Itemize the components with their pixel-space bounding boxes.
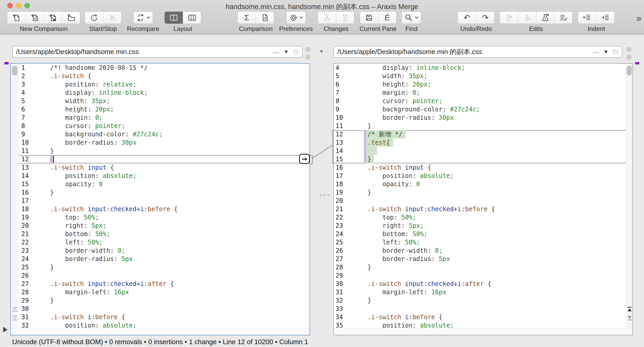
- code-line[interactable]: 8 cursor: pointer;: [334, 97, 626, 105]
- stop-x-button[interactable]: [103, 12, 121, 24]
- code-line[interactable]: 15 opacity: 0: [19, 180, 310, 188]
- left-path-dropdown-icon[interactable]: ▼: [284, 49, 289, 55]
- left-browse-button[interactable]: …: [272, 47, 280, 55]
- code-line[interactable]: 14: [334, 147, 626, 155]
- scroll-to-first-change-icon[interactable]: [627, 306, 633, 312]
- code-line[interactable]: 19 top: 50%;: [19, 213, 310, 222]
- flask-x-button[interactable]: [536, 12, 554, 24]
- code-line[interactable]: 30: [19, 305, 310, 313]
- push-up-button[interactable]: [500, 12, 518, 24]
- code-line[interactable]: 13.i-switch input {: [19, 163, 310, 172]
- code-line[interactable]: 16}: [19, 188, 310, 197]
- save-button[interactable]: [360, 12, 378, 24]
- code-line[interactable]: 17 position: absolute;: [334, 172, 626, 180]
- right-vertical-scrollbar[interactable]: [626, 64, 632, 328]
- code-line[interactable]: 23 right: 5px;: [334, 222, 626, 230]
- doc-merge-plus-button[interactable]: [44, 12, 62, 24]
- doc-plus-button[interactable]: [7, 12, 25, 24]
- code-line[interactable]: 26: [19, 271, 310, 280]
- code-line[interactable]: 11}: [334, 122, 626, 130]
- right-history-icon[interactable]: [612, 48, 619, 55]
- code-line[interactable]: 29}: [19, 296, 310, 305]
- code-line[interactable]: 9 background-color: #27c24c;: [19, 130, 310, 138]
- restart-button[interactable]: [85, 12, 103, 24]
- code-line[interactable]: 12/* 新增 */: [334, 130, 626, 138]
- doc-binary-plus-button[interactable]: 01: [25, 12, 44, 24]
- folder-plus-button[interactable]: [62, 12, 80, 24]
- code-line[interactable]: 34.i-switch i:before {: [334, 313, 626, 321]
- scroll-to-first-change-icon[interactable]: [12, 306, 18, 312]
- sigma-button[interactable]: Σ: [238, 12, 256, 24]
- code-line[interactable]: 8 cursor: pointer;: [19, 122, 310, 130]
- code-line[interactable]: 10 border-radius: 30px: [19, 138, 310, 147]
- magnifier-button[interactable]: [402, 12, 421, 24]
- code-line[interactable]: 3 position: relative;: [19, 80, 310, 89]
- redo-button[interactable]: ↷: [476, 12, 494, 24]
- code-line[interactable]: 20: [334, 197, 626, 205]
- code-line[interactable]: 7 margin: 0;: [334, 89, 626, 97]
- code-line[interactable]: 16.i-switch input {: [334, 163, 626, 172]
- code-line[interactable]: 4 display: inline-block;: [334, 64, 626, 72]
- code-line[interactable]: 35 position: absolute;: [334, 321, 626, 328]
- code-line[interactable]: 25}: [19, 263, 310, 271]
- code-line[interactable]: 7 margin: 0;: [19, 114, 310, 122]
- code-line[interactable]: 12: [19, 155, 310, 163]
- left-code-editor[interactable]: 1/*! handsome 2020-08-15 */2.i-switch {3…: [19, 64, 310, 328]
- scroll-to-last-change-icon[interactable]: [627, 315, 633, 321]
- code-line[interactable]: 4 display: inline-block;: [19, 89, 310, 97]
- right-code-editor[interactable]: 4 display: inline-block;5 width: 35px;6 …: [334, 64, 626, 328]
- right-file-path-input[interactable]: [334, 48, 592, 56]
- scroll-to-last-change-icon[interactable]: [12, 315, 18, 321]
- code-line[interactable]: 33: [334, 305, 626, 313]
- code-line[interactable]: 30.i-switch input:checked+i:after {: [334, 280, 626, 288]
- code-line[interactable]: 19}: [334, 188, 626, 197]
- code-line[interactable]: 21 bottom: 50%;: [19, 230, 310, 238]
- code-line[interactable]: 5 width: 35px;: [334, 72, 626, 80]
- code-line[interactable]: 21.i-switch input:checked+i:before {: [334, 205, 626, 213]
- scrollbar-thumb[interactable]: [12, 66, 17, 76]
- code-line[interactable]: 1/*! handsome 2020-08-15 */: [19, 64, 310, 72]
- recompare-button[interactable]: [133, 12, 153, 24]
- code-line[interactable]: 5 width: 35px;: [19, 97, 310, 105]
- code-line[interactable]: 13.test{: [334, 138, 626, 147]
- code-line[interactable]: 18 opacity: 0: [334, 180, 626, 188]
- left-file-path-input[interactable]: [13, 48, 272, 56]
- code-line[interactable]: 11}: [19, 147, 310, 155]
- code-line[interactable]: 15}: [334, 155, 626, 163]
- right-browse-button[interactable]: …: [592, 47, 600, 55]
- next-change-button[interactable]: [336, 12, 354, 24]
- code-line[interactable]: 14 position: absolute;: [19, 172, 310, 180]
- code-line[interactable]: 10 border-radius: 30px: [334, 114, 626, 122]
- code-line[interactable]: 32}: [334, 296, 626, 305]
- left-vertical-scrollbar[interactable]: [11, 64, 19, 328]
- code-line[interactable]: 27.i-switch input:checked+i:after {: [19, 280, 310, 288]
- scrollbar-thumb[interactable]: [627, 66, 632, 76]
- indent-button[interactable]: [596, 12, 614, 24]
- prev-change-button[interactable]: [318, 12, 336, 24]
- undo-button[interactable]: ↶: [458, 12, 476, 24]
- right-horizontal-scrollbar[interactable]: [334, 328, 632, 335]
- code-line[interactable]: 25 left: 50%;: [334, 238, 626, 246]
- layout-two-pane-button[interactable]: [165, 12, 183, 24]
- code-line[interactable]: 9 background-color: #27c24c;: [334, 105, 626, 114]
- code-line[interactable]: 31 margin-left: 16px: [334, 288, 626, 296]
- code-line[interactable]: 22 top: 50%;: [334, 213, 626, 222]
- gear-button[interactable]: [286, 12, 306, 24]
- code-line[interactable]: 23 border-width: 0;: [19, 246, 310, 255]
- right-path-dropdown-icon[interactable]: ▼: [603, 49, 608, 55]
- code-line[interactable]: 18.i-switch input:checked+i:before {: [19, 205, 310, 213]
- code-line[interactable]: 20 right: 5px;: [19, 222, 310, 230]
- code-line[interactable]: 24 bottom: 50%;: [334, 230, 626, 238]
- left-horizontal-scrollbar[interactable]: [11, 328, 310, 335]
- push-down-button[interactable]: [518, 12, 536, 24]
- code-line[interactable]: 2.i-switch {: [19, 72, 310, 80]
- code-line[interactable]: 31.i-switch i:before {: [19, 313, 310, 321]
- code-line[interactable]: 24 border-radius: 5px: [19, 255, 310, 263]
- code-line[interactable]: 27 border-radius: 5px: [334, 255, 626, 263]
- bottom-left-expand-arrow[interactable]: [3, 327, 8, 332]
- checklist-button[interactable]: [554, 12, 572, 24]
- code-line[interactable]: 29: [334, 271, 626, 280]
- code-line[interactable]: 17: [19, 197, 310, 205]
- code-line[interactable]: 28 margin-left: 16px: [19, 288, 310, 296]
- code-line[interactable]: 6 height: 20px;: [334, 80, 626, 89]
